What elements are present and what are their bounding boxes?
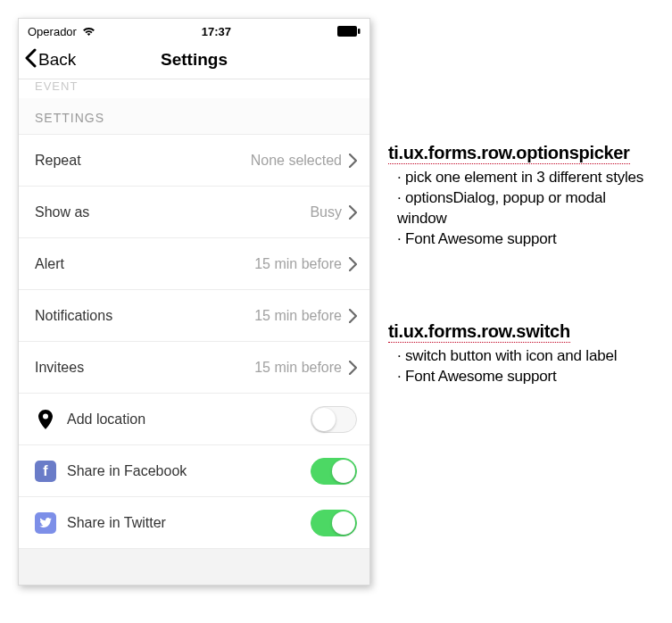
annotation-line: pick one element in 3 different styles: [397, 168, 654, 188]
status-bar: Operador 17:37: [19, 19, 369, 40]
annotation-line: switch button with icon and label: [397, 346, 654, 367]
chevron-right-icon: [349, 361, 357, 375]
back-label: Back: [38, 50, 76, 70]
row-value: 15 min before: [254, 360, 342, 376]
annotation-line: Font Awesome support: [397, 367, 654, 387]
navigation-bar: Back Settings: [19, 40, 369, 79]
annotations-column: ti.ux.forms.row.optionspicker pick one e…: [388, 18, 654, 619]
row-label: Share in Facebook: [67, 463, 187, 479]
svg-rect-1: [358, 29, 361, 34]
row-add-location: Add location: [19, 394, 369, 445]
back-button[interactable]: Back: [19, 48, 76, 71]
row-repeat[interactable]: Repeat None selected: [19, 135, 369, 187]
device-frame: Operador 17:37 Back Settings EVENT SETTI…: [18, 18, 370, 586]
row-label: Add location: [67, 411, 145, 428]
row-share-facebook: f Share in Facebook: [19, 445, 369, 497]
annotation-switch: ti.ux.forms.row.switch switch button wit…: [388, 321, 654, 387]
twitter-icon: [35, 512, 56, 534]
clock-label: 17:37: [202, 25, 231, 38]
svg-rect-0: [337, 26, 357, 37]
row-show-as[interactable]: Show as Busy: [19, 187, 369, 238]
list-footer-padding: [19, 549, 369, 585]
row-label: Repeat: [35, 153, 81, 169]
annotation-title: ti.ux.forms.row.optionspicker: [388, 143, 630, 164]
location-pin-icon: [35, 409, 56, 430]
row-value: 15 min before: [254, 256, 342, 272]
row-label: Alert: [35, 256, 64, 272]
section-header-settings: SETTINGS: [19, 98, 369, 135]
battery-icon: [337, 26, 361, 37]
chevron-right-icon: [349, 205, 357, 220]
switch-facebook[interactable]: [311, 458, 357, 485]
row-value: 15 min before: [254, 308, 342, 324]
chevron-right-icon: [349, 257, 357, 271]
chevron-right-icon: [349, 154, 357, 168]
annotation-title: ti.ux.forms.row.switch: [388, 321, 570, 343]
switch-add-location[interactable]: [311, 406, 357, 433]
annotation-optionspicker: ti.ux.forms.row.optionspicker pick one e…: [388, 143, 654, 250]
annotation-line: Font Awesome support: [397, 229, 654, 250]
annotation-line: optionsDialog, popup or modal window: [397, 188, 654, 229]
previous-section-header: EVENT: [19, 79, 369, 98]
row-alert[interactable]: Alert 15 min before: [19, 238, 369, 290]
facebook-icon: f: [35, 461, 56, 482]
row-share-twitter: Share in Twitter: [19, 497, 369, 549]
wifi-icon: [82, 26, 95, 37]
row-label: Invitees: [35, 360, 84, 376]
row-label: Notifications: [35, 308, 112, 324]
switch-twitter[interactable]: [311, 510, 357, 536]
carrier-label: Operador: [28, 25, 77, 38]
back-chevron-icon: [24, 48, 37, 71]
content-area: EVENT SETTINGS Repeat None selected Show…: [19, 79, 369, 585]
row-value: Busy: [310, 204, 342, 220]
row-invitees[interactable]: Invitees 15 min before: [19, 342, 369, 394]
chevron-right-icon: [349, 309, 357, 323]
row-label: Share in Twitter: [67, 515, 166, 531]
row-label: Show as: [35, 204, 89, 220]
row-value: None selected: [251, 153, 342, 169]
row-notifications[interactable]: Notifications 15 min before: [19, 290, 369, 342]
